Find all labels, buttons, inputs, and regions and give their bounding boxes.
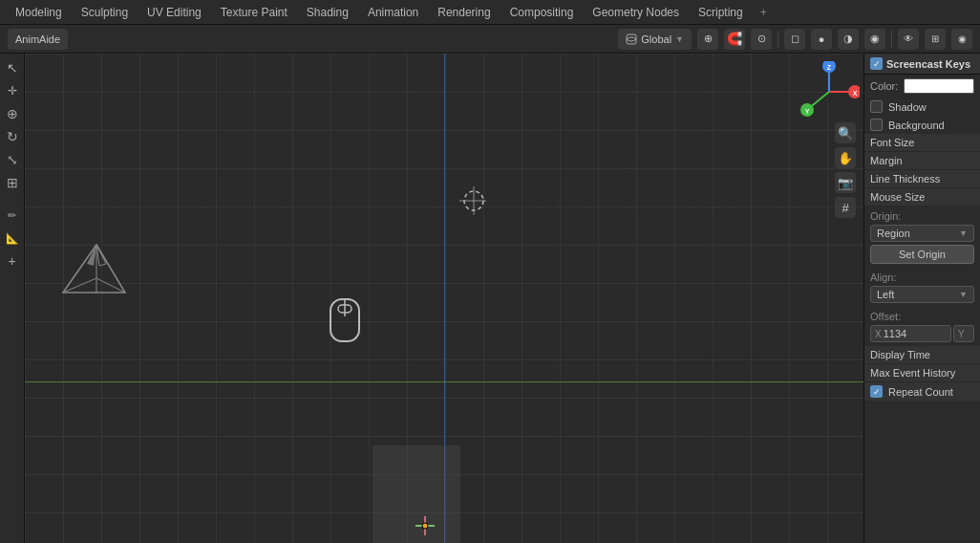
svg-rect-0 — [627, 34, 636, 44]
offset-section: Offset: X 1134 Y — [864, 307, 980, 346]
margin-item[interactable]: Margin — [864, 152, 980, 170]
chevron-down-icon: ▼ — [959, 228, 968, 238]
transform-tool[interactable]: ⊞ — [2, 172, 23, 193]
viewport[interactable]: Z X Y 🔍 ✋ 📷 # — [25, 54, 863, 543]
menu-rendering[interactable]: Rendering — [430, 3, 498, 22]
gizmo-button[interactable]: ⊞ — [925, 29, 946, 50]
viewport-shading-wireframe[interactable]: ◻ — [784, 29, 805, 50]
svg-text:Z: Z — [827, 64, 832, 71]
toolbar: AnimAide Global ▼ ⊕ 🧲 ⊙ ◻ ● ◑ ◉ 👁 ⊞ ◉ — [0, 25, 980, 54]
horizontal-axis — [25, 381, 863, 382]
global-mode-dropdown[interactable]: Global ▼ — [618, 29, 692, 50]
proportional-edit-button[interactable]: ⊙ — [751, 29, 772, 50]
shadow-label: Shadow — [888, 101, 927, 113]
background-label: Background — [888, 119, 945, 131]
menu-sculpting[interactable]: Sculpting — [74, 3, 136, 22]
move-tool[interactable]: ⊕ — [2, 103, 23, 124]
left-toolbar: ↖ ✛ ⊕ ↻ ⤡ ⊞ ✏ 📐 + — [0, 54, 25, 543]
offset-x-axis: X — [875, 329, 882, 339]
breadcrumb-label: AnimAide — [15, 33, 60, 45]
camera-button[interactable]: 📷 — [835, 172, 856, 193]
shadow-row: Shadow — [864, 98, 980, 116]
menu-shading[interactable]: Shading — [299, 3, 356, 22]
set-origin-button[interactable]: Set Origin — [870, 245, 974, 264]
breadcrumb-animaide: AnimAide — [8, 29, 68, 50]
menu-texture-paint[interactable]: Texture Paint — [213, 3, 295, 22]
separator — [778, 31, 778, 48]
mouse-svg — [329, 297, 361, 343]
cursor-tool[interactable]: ✛ — [2, 80, 23, 101]
gizmo-svg: Z X Y — [799, 61, 860, 122]
font-size-item[interactable]: Font Size — [864, 134, 980, 152]
repeat-count-row: ✓ Repeat Count — [864, 382, 980, 401]
origin-section: Origin: Region ▼ Set Origin — [864, 206, 980, 268]
global-label: Global — [641, 33, 671, 45]
grid-button[interactable]: # — [835, 197, 856, 218]
align-dropdown[interactable]: Left ▼ — [870, 286, 974, 303]
menu-compositing[interactable]: Compositing — [502, 3, 582, 22]
menu-scripting[interactable]: Scripting — [691, 3, 751, 22]
add-workspace-button[interactable]: + — [755, 3, 773, 22]
align-value: Left — [877, 289, 894, 300]
offset-x-field[interactable]: X 1134 — [870, 325, 951, 342]
mouse-size-item[interactable]: Mouse Size — [864, 188, 980, 206]
repeat-count-checkbox[interactable]: ✓ — [870, 385, 883, 398]
screencast-keys-checkbox[interactable]: ✓ — [870, 57, 883, 70]
cursor-3d — [459, 187, 486, 214]
origin-dropdown[interactable]: Region ▼ — [870, 225, 974, 242]
offset-label: Offset: — [870, 311, 974, 322]
annotate-tool[interactable]: ✏ — [2, 205, 23, 226]
offset-y-field[interactable]: Y — [953, 325, 974, 342]
chevron-down-icon: ▼ — [675, 34, 684, 44]
color-swatch[interactable] — [904, 78, 974, 94]
svg-text:Y: Y — [805, 108, 810, 115]
menu-animation[interactable]: Animation — [360, 3, 426, 22]
offset-y-axis: Y — [958, 329, 965, 339]
scale-tool[interactable]: ⤡ — [2, 149, 23, 170]
svg-text:X: X — [853, 90, 858, 97]
measure-tool[interactable]: 📐 — [2, 228, 23, 249]
select-tool[interactable]: ↖ — [2, 57, 23, 78]
background-checkbox[interactable] — [870, 119, 883, 131]
mouse-icon — [329, 297, 361, 346]
menu-geometry-nodes[interactable]: Geometry Nodes — [585, 3, 687, 22]
display-time-item[interactable]: Display Time — [864, 346, 980, 364]
panel-header: ✓ Screencast Keys — [864, 54, 980, 75]
view-settings-button[interactable]: 👁 — [898, 29, 919, 50]
repeat-count-label: Repeat Count — [888, 386, 953, 398]
origin-value: Region — [877, 228, 910, 239]
top-menu-bar: Modeling Sculpting UV Editing Texture Pa… — [0, 0, 980, 25]
line-thickness-item[interactable]: Line Thickness — [864, 170, 980, 188]
origami-object — [53, 235, 139, 315]
right-panel: ✓ Screencast Keys Color: Shadow Backgrou… — [863, 54, 980, 543]
add-tool[interactable]: + — [2, 250, 23, 272]
panel-title: Screencast Keys — [886, 58, 970, 70]
snap-button[interactable]: 🧲 — [724, 29, 745, 50]
origin-marker — [415, 516, 435, 538]
gizmo-area: Z X Y 🔍 ✋ 📷 # — [799, 61, 856, 218]
color-label: Color: — [870, 80, 898, 92]
background-row: Background — [864, 116, 980, 134]
origin-marker-svg — [415, 516, 435, 535]
navigation-gizmo[interactable]: Z X Y — [799, 61, 856, 119]
zoom-in-button[interactable]: 🔍 — [835, 122, 856, 143]
overlay-button[interactable]: ◉ — [951, 29, 972, 50]
menu-uv-editing[interactable]: UV Editing — [139, 3, 209, 22]
shadow-checkbox[interactable] — [870, 100, 883, 113]
main-area: ↖ ✛ ⊕ ↻ ⤡ ⊞ ✏ 📐 + — [0, 54, 980, 543]
chevron-down-icon-2: ▼ — [959, 290, 968, 299]
viewport-shading-material[interactable]: ◑ — [838, 29, 859, 50]
cursor-3d-svg — [459, 186, 486, 215]
rotate-tool[interactable]: ↻ — [2, 126, 23, 147]
offset-fields: X 1134 Y — [870, 325, 974, 342]
pivot-button[interactable]: ⊕ — [697, 29, 718, 50]
svg-point-15 — [422, 523, 428, 529]
color-row: Color: — [864, 75, 980, 98]
pan-button[interactable]: ✋ — [835, 147, 856, 168]
max-event-history-item[interactable]: Max Event History — [864, 364, 980, 382]
menu-modeling[interactable]: Modeling — [8, 3, 70, 22]
viewport-shading-solid[interactable]: ● — [811, 29, 832, 50]
origami-svg — [53, 235, 139, 312]
viewport-shading-rendered[interactable]: ◉ — [864, 29, 885, 50]
align-section: Align: Left ▼ — [864, 268, 980, 307]
